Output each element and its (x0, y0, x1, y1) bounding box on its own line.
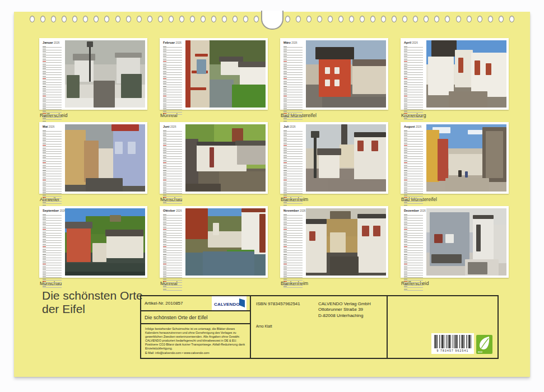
month-name: November (283, 209, 299, 212)
publisher-street: Ottobrunner Straße 39 (318, 307, 371, 312)
month-card: Februar 2026 Monreal (160, 38, 268, 118)
day-lines (283, 129, 303, 207)
page-title-line1: Die schönsten Orte (42, 289, 143, 302)
month-name: Dezember (404, 209, 419, 212)
day-lines (404, 213, 423, 291)
month-date-column: Februar 2026 (162, 40, 184, 108)
month-year: 2026 (53, 41, 60, 44)
month-mini-page: Dezember 2026 (401, 206, 509, 278)
month-photo (306, 208, 386, 276)
publisher-city: D-82008 Unterhaching (318, 313, 371, 319)
month-year: 2026 (415, 125, 422, 128)
month-card: September 2026 Monschau (39, 206, 147, 286)
month-card: Juni 2026 Monschau (160, 122, 268, 202)
month-date-column: Juni 2026 (162, 124, 184, 192)
publisher-name: CALVENDO Verlag GmbH (318, 301, 371, 307)
day-lines (163, 45, 182, 115)
day-lines (163, 129, 182, 204)
month-date-column: Mai 2026 (41, 124, 64, 192)
month-photo (426, 124, 506, 192)
info-left-column: Artikel-Nr. 2010857 CALVENDO Die schönst… (141, 296, 251, 358)
month-mini-page: April 2026 (401, 38, 509, 110)
barcode-bars (434, 335, 471, 348)
month-photo (426, 208, 506, 276)
month-date-column: Dezember 2026 (403, 208, 425, 276)
info-right-column: 9 783457 962541 eco (388, 296, 497, 358)
day-lines (43, 45, 62, 123)
barcode-digits: 9 783457 962541 (434, 349, 471, 352)
eco-leaf-icon (478, 336, 491, 351)
month-name: Januar (43, 41, 53, 44)
month-name: März (283, 41, 291, 44)
month-mini-page: Mai 2026 (39, 122, 147, 194)
legal-text: Infolge bestehender Schutzrechte ist es … (145, 327, 246, 351)
month-year: 2026 (175, 41, 182, 44)
day-lines (43, 213, 62, 288)
month-photo (185, 208, 266, 276)
month-name: Februar (163, 41, 175, 44)
calendar-title-text: Die schönsten Orte der Eifel (145, 315, 208, 320)
month-year: 2026 (291, 41, 297, 44)
calvendo-flag-icon (239, 298, 245, 307)
month-mini-page: August 2026 (401, 122, 509, 194)
month-mini-page: Februar 2026 (160, 38, 268, 110)
day-lines (163, 213, 182, 291)
month-date-column: April 2026 (403, 40, 425, 108)
month-date-column: Oktober 2026 (162, 208, 184, 276)
month-name: Juli (283, 125, 289, 128)
day-lines (404, 45, 423, 120)
month-year: 2026 (48, 125, 54, 128)
isbn-number: ISBN 9783457962541 (256, 301, 300, 306)
month-year: 2026 (289, 125, 296, 128)
month-year: 2026 (419, 209, 426, 212)
month-card: Juli 2026 Blankenheim (280, 122, 388, 202)
month-date-column: Juli 2026 (282, 124, 305, 192)
day-lines (283, 45, 303, 123)
month-card: Dezember 2026 Reifferscheid (401, 206, 509, 286)
month-date-column: August 2026 (403, 124, 425, 192)
month-card: Januar 2026 Reifferscheid (39, 38, 147, 118)
month-mini-page: Juli 2026 (280, 122, 388, 194)
month-year: 2026 (175, 209, 182, 212)
month-card: April 2026 Kronenburg (401, 38, 509, 118)
month-photo (306, 124, 386, 192)
month-name: September (43, 209, 59, 212)
eco-badge: eco (476, 335, 492, 354)
month-photo (185, 124, 266, 192)
month-mini-page: Juni 2026 (160, 122, 268, 194)
month-year: 2026 (170, 125, 176, 128)
month-photo (65, 40, 145, 108)
month-card: Oktober 2026 Monreal (160, 206, 268, 286)
month-year: 2026 (411, 41, 418, 44)
calendar-back-page: Januar 2026 Reifferscheid Februar 2026 M… (14, 12, 530, 377)
month-photo (65, 208, 145, 276)
month-mini-page: September 2026 (39, 206, 147, 278)
info-middle-column: ISBN 9783457962541 CALVENDO Verlag GmbH … (251, 296, 388, 358)
month-name: April (404, 41, 411, 44)
publisher-info-box: Artikel-Nr. 2010857 CALVENDO Die schönst… (140, 295, 499, 359)
page-title-line2: der Eifel (42, 302, 143, 316)
author-name: Arno Klatt (256, 324, 272, 328)
month-date-column: November 2026 (282, 208, 305, 276)
month-card: November 2026 Blankenheim (280, 206, 388, 286)
calvendo-logo-text: CALVENDO (214, 302, 240, 307)
month-photo (65, 124, 145, 192)
calvendo-logo: CALVENDO (212, 296, 247, 310)
isbn-barcode: 9 783457 962541 (431, 333, 474, 354)
day-lines (283, 213, 303, 288)
day-lines (43, 129, 62, 207)
calendar-title-cell: Die schönsten Orte der Eifel (141, 311, 250, 324)
eco-badge-label: eco (478, 350, 482, 353)
month-mini-page: März 2026 (280, 38, 388, 110)
month-card: August 2026 Bad Münstereifel (401, 122, 509, 202)
month-name: Juni (163, 125, 170, 128)
article-number: Artikel-Nr. 2010857 (145, 301, 183, 306)
day-lines (404, 129, 423, 207)
publisher-address: CALVENDO Verlag GmbH Ottobrunner Straße … (318, 301, 371, 319)
month-card: März 2026 Bad Münstereifel (280, 38, 388, 118)
month-photo (306, 40, 386, 108)
month-photo (185, 40, 266, 108)
month-name: August (404, 125, 415, 128)
month-mini-page: Januar 2026 (39, 38, 147, 110)
month-card: Mai 2026 Ahrweiler (39, 122, 147, 202)
